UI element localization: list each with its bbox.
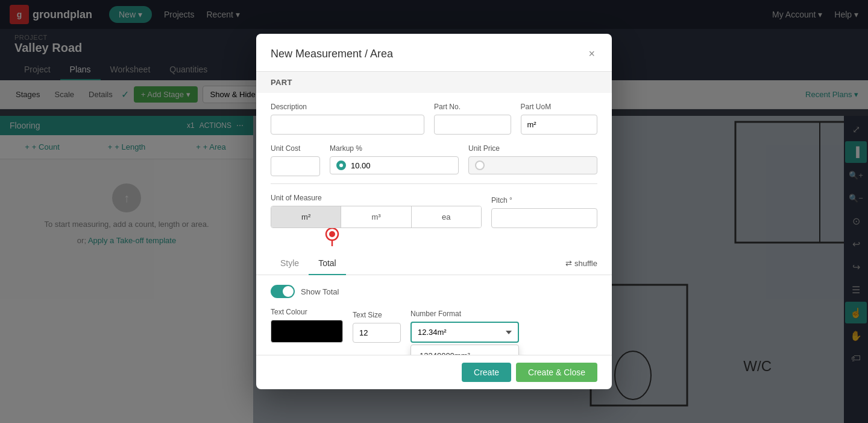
unit-cost-input[interactable] [271, 156, 320, 176]
tab-total[interactable]: Total [309, 252, 346, 275]
markup-input[interactable] [351, 161, 452, 170]
text-size-input[interactable] [353, 323, 401, 343]
pitch-group: Pitch ° [491, 196, 597, 228]
part-form-row-2: Unit Cost Markup % Unit Price [271, 144, 597, 176]
unit-price-input[interactable] [489, 161, 591, 170]
number-format-select-wrapper: 12340000mm² 123400.0cm² 12.34m² 12340000… [410, 322, 519, 343]
pin-marker [325, 228, 339, 249]
uom-buttons: m² m³ ea [271, 206, 482, 228]
unit-price-radio-group [468, 156, 597, 174]
part-uom-input[interactable]: m² [521, 115, 598, 135]
modal-body: Part Description Part No. Part UoM m² Un… [256, 72, 612, 355]
part-no-group: Part No. [434, 103, 511, 135]
uom-form-row: Unit of Measure m² m³ ea Pitch ° [271, 194, 597, 228]
style-row: Text Colour Text Size Number Format 1234… [271, 308, 597, 343]
modal: New Measurement / Area × Part Descriptio… [256, 34, 612, 389]
part-uom-label: Part UoM [521, 103, 598, 111]
description-input[interactable] [271, 115, 424, 135]
uom-m2-button[interactable]: m² [271, 206, 341, 227]
show-total-label: Show Total [301, 287, 339, 296]
tab-bar: Style Total ⇄ shuffle [256, 252, 612, 275]
number-format-label: Number Format [410, 310, 519, 318]
section-part: Part [256, 72, 612, 93]
uom-group: Unit of Measure m² m³ ea [271, 194, 482, 228]
part-no-label: Part No. [434, 103, 511, 111]
unit-cost-group: Unit Cost [271, 144, 320, 176]
show-total-row: Show Total [271, 285, 597, 298]
markup-group: Markup % [330, 144, 459, 174]
pin-area [271, 233, 597, 245]
pitch-label: Pitch ° [491, 196, 597, 205]
modal-title: New Measurement / Area [271, 48, 393, 60]
pitch-input[interactable] [491, 208, 597, 228]
markup-radio[interactable] [336, 161, 346, 170]
modal-header: New Measurement / Area × [256, 34, 612, 72]
modal-close-button[interactable]: × [586, 46, 597, 62]
description-group: Description [271, 103, 424, 135]
part-no-input[interactable] [434, 115, 511, 135]
uom-label: Unit of Measure [271, 194, 482, 202]
unit-price-radio[interactable] [475, 161, 485, 170]
number-format-select[interactable]: 12340000mm² 123400.0cm² 12.34m² [410, 322, 519, 343]
part-uom-group: Part UoM m² [521, 103, 598, 135]
dropdown-option-mm2[interactable]: 12340000mm² [411, 345, 518, 355]
shuffle-button[interactable]: ⇄ shuffle [565, 259, 597, 268]
uom-m3-button[interactable]: m³ [341, 206, 411, 227]
unit-cost-label: Unit Cost [271, 144, 320, 153]
unit-price-group: Unit Price [468, 144, 597, 174]
modal-overlay: New Measurement / Area × Part Descriptio… [0, 0, 868, 423]
tab-style[interactable]: Style [271, 252, 309, 275]
svg-point-5 [329, 231, 335, 237]
unit-price-label: Unit Price [468, 144, 597, 153]
description-label: Description [271, 103, 424, 111]
uom-ea-button[interactable]: ea [412, 206, 481, 227]
markup-radio-group [330, 156, 459, 174]
divider-1 [271, 183, 597, 184]
number-format-dropdown: 12340000mm² 123400.0cm² 12.34m² [410, 345, 519, 355]
color-swatch[interactable] [271, 320, 343, 343]
part-form-row-1: Description Part No. Part UoM m² [271, 103, 597, 135]
text-size-label: Text Size [353, 311, 401, 319]
markup-label: Markup % [330, 144, 459, 153]
create-close-button[interactable]: Create & Close [516, 363, 597, 382]
modal-footer: Create Create & Close [256, 355, 612, 389]
text-size-group: Text Size [353, 311, 401, 343]
text-colour-group: Text Colour [271, 308, 343, 343]
show-total-toggle[interactable] [271, 285, 295, 298]
text-colour-label: Text Colour [271, 308, 343, 316]
number-format-group: Number Format 12340000mm² 123400.0cm² 12… [410, 310, 519, 343]
create-button[interactable]: Create [462, 363, 511, 382]
